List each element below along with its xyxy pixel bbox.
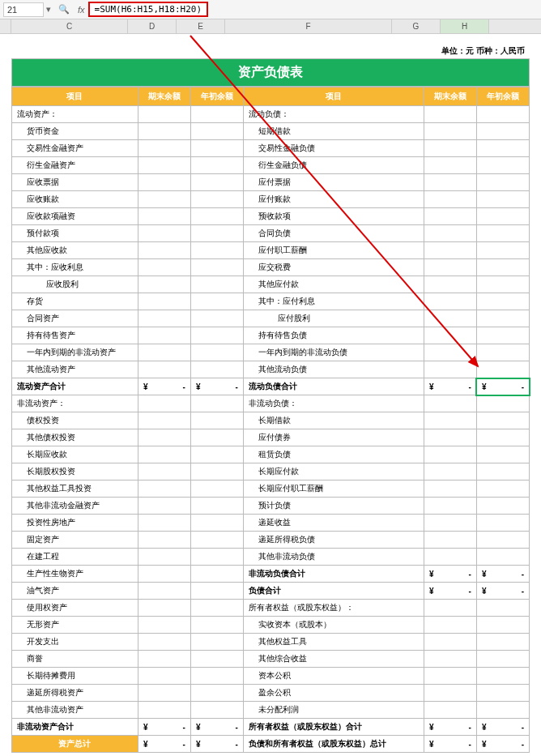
cell-beg-left[interactable] [190, 600, 243, 617]
row-header-corner[interactable] [0, 19, 11, 33]
cell-item-right[interactable]: 其中：应付利息 [243, 293, 424, 310]
cell-item-right[interactable]: 应付职工薪酬 [243, 242, 424, 259]
cell-item-left[interactable]: 债权投资 [12, 412, 138, 429]
cell-item-right[interactable]: 未分配利润 [243, 702, 424, 719]
cell-end-left[interactable] [138, 259, 190, 276]
cell-item-right[interactable]: 应付债券 [243, 429, 424, 446]
cell-end-left[interactable]: ¥- [138, 378, 190, 395]
cell-beg-right[interactable] [476, 600, 529, 617]
cell-end-right[interactable]: ¥- [424, 566, 476, 583]
cell-beg-right[interactable] [476, 242, 529, 259]
cell-beg-left[interactable]: ¥- [190, 736, 243, 753]
cell-item-left[interactable]: 其他应收款 [12, 242, 138, 259]
cell-end-left[interactable] [138, 242, 190, 259]
cell-beg-right[interactable] [476, 412, 529, 429]
cell-item-left[interactable]: 开发支出 [12, 634, 138, 651]
cell-end-right[interactable] [424, 208, 476, 225]
cell-beg-left[interactable] [190, 634, 243, 651]
cell-end-right[interactable] [424, 140, 476, 157]
cell-item-left[interactable]: 长期股权投资 [12, 463, 138, 481]
cell-end-right[interactable]: ¥- [424, 378, 476, 395]
cell-item-right[interactable]: 递延收益 [243, 515, 424, 532]
cell-end-left[interactable] [138, 634, 190, 651]
cell-beg-left[interactable] [190, 361, 243, 378]
cell-end-right[interactable] [424, 429, 476, 446]
cell-end-right[interactable] [424, 463, 476, 481]
cell-beg-right[interactable] [476, 259, 529, 276]
cell-item-left[interactable]: 流动资产： [12, 106, 138, 123]
cell-end-right[interactable]: ¥- [424, 719, 476, 736]
cell-item-right[interactable]: 应交税费 [243, 259, 424, 276]
cell-beg-right[interactable]: ¥- [476, 378, 529, 395]
cell-beg-left[interactable] [190, 123, 243, 140]
cell-beg-right[interactable] [476, 123, 529, 140]
cell-item-right[interactable]: 持有待售负债 [243, 327, 424, 344]
cell-end-left[interactable] [138, 463, 190, 481]
cell-beg-left[interactable] [190, 412, 243, 429]
cell-end-right[interactable] [424, 361, 476, 378]
cell-item-left[interactable]: 长期待摊费用 [12, 668, 138, 685]
cell-beg-right[interactable] [476, 446, 529, 463]
cell-beg-right[interactable] [476, 668, 529, 685]
cell-end-right[interactable] [424, 685, 476, 702]
cell-item-left[interactable]: 非流动资产： [12, 395, 138, 412]
cell-end-left[interactable] [138, 446, 190, 463]
cell-end-left[interactable] [138, 293, 190, 310]
cell-end-right[interactable] [424, 293, 476, 310]
cell-end-right[interactable]: ¥- [424, 736, 476, 753]
cell-item-left[interactable]: 其他非流动金融资产 [12, 498, 138, 515]
cell-end-left[interactable] [138, 515, 190, 532]
cell-end-right[interactable] [424, 191, 476, 208]
cell-item-left[interactable]: 流动资产合计 [12, 378, 138, 395]
cell-beg-left[interactable] [190, 310, 243, 327]
cell-item-left[interactable]: 投资性房地产 [12, 515, 138, 532]
cell-beg-right[interactable] [476, 106, 529, 123]
cell-beg-right[interactable] [476, 361, 529, 378]
cell-item-left[interactable]: 固定资产 [12, 532, 138, 549]
cell-item-right[interactable]: 其他非流动负债 [243, 549, 424, 566]
cell-beg-left[interactable] [190, 651, 243, 668]
cell-end-left[interactable] [138, 481, 190, 498]
cell-item-right[interactable]: 应付账款 [243, 191, 424, 208]
cell-end-left[interactable] [138, 395, 190, 412]
cell-beg-right[interactable] [476, 327, 529, 344]
cell-end-left[interactable]: ¥- [138, 719, 190, 736]
cell-beg-right[interactable] [476, 174, 529, 191]
cell-beg-right[interactable] [476, 463, 529, 481]
cell-end-left[interactable] [138, 412, 190, 429]
cell-beg-right[interactable]: ¥- [476, 583, 529, 600]
cell-beg-right[interactable]: ¥- [476, 736, 529, 753]
cell-item-left[interactable]: 其中：应收利息 [12, 259, 138, 276]
cell-beg-left[interactable] [190, 463, 243, 481]
cell-beg-left[interactable] [190, 617, 243, 634]
cell-item-right[interactable]: 短期借款 [243, 123, 424, 140]
cell-end-left[interactable] [138, 532, 190, 549]
cell-beg-right[interactable] [476, 634, 529, 651]
col-header-f[interactable]: F [225, 19, 392, 33]
cell-end-right[interactable] [424, 549, 476, 566]
cell-item-right[interactable]: 其他综合收益 [243, 651, 424, 668]
cell-item-left[interactable]: 其他债权投资 [12, 429, 138, 446]
cell-beg-right[interactable] [476, 157, 529, 174]
cell-beg-left[interactable] [190, 702, 243, 719]
cell-end-left[interactable] [138, 361, 190, 378]
cell-item-right[interactable]: 流动负债合计 [243, 378, 424, 395]
cell-item-left[interactable]: 交易性金融资产 [12, 140, 138, 157]
cell-end-right[interactable] [424, 327, 476, 344]
cell-end-right[interactable] [424, 123, 476, 140]
cell-item-right[interactable]: 非流动负债： [243, 395, 424, 412]
cell-beg-right[interactable] [476, 293, 529, 310]
cell-end-left[interactable] [138, 600, 190, 617]
cell-beg-right[interactable] [476, 702, 529, 719]
cell-end-left[interactable] [138, 191, 190, 208]
cell-item-left[interactable]: 存货 [12, 293, 138, 310]
cell-item-left[interactable]: 预付款项 [12, 225, 138, 242]
cell-beg-right[interactable] [476, 498, 529, 515]
cell-end-left[interactable] [138, 566, 190, 583]
cell-beg-left[interactable]: ¥- [190, 378, 243, 395]
cell-item-left[interactable]: 其他权益工具投资 [12, 481, 138, 498]
cell-beg-left[interactable] [190, 566, 243, 583]
cell-item-right[interactable]: 长期应付职工薪酬 [243, 481, 424, 498]
cell-beg-right[interactable]: ¥- [476, 719, 529, 736]
cell-end-right[interactable] [424, 310, 476, 327]
